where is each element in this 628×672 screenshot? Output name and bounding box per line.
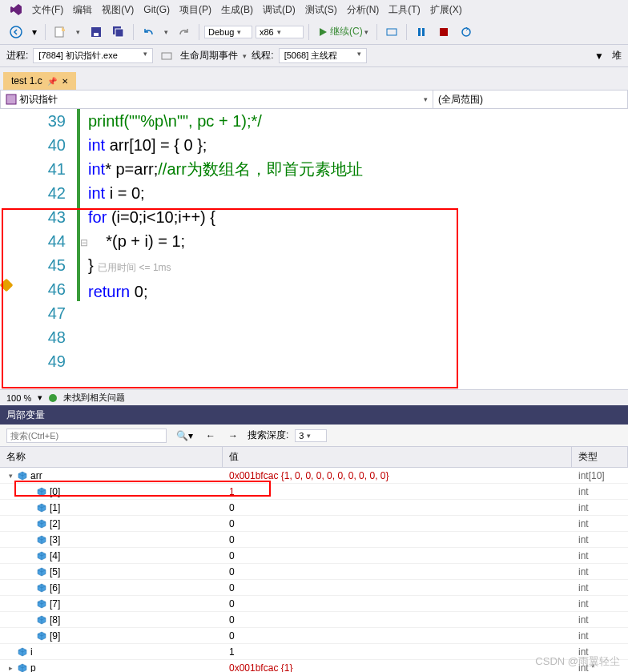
table-row[interactable]: [3]0int bbox=[0, 532, 628, 548]
expand-icon[interactable] bbox=[26, 552, 34, 560]
table-row[interactable]: [7]0int bbox=[0, 596, 628, 612]
restart-icon[interactable] bbox=[457, 24, 476, 40]
save-icon[interactable] bbox=[87, 24, 106, 40]
table-row[interactable]: [4]0int bbox=[0, 548, 628, 564]
search-icon[interactable]: 🔍▾ bbox=[173, 429, 196, 443]
code-line[interactable]: printf(""%p\n"", pc + 1);*/ bbox=[88, 109, 363, 133]
variable-icon bbox=[37, 599, 46, 609]
line-number: 46 bbox=[0, 277, 66, 301]
var-value: 0 bbox=[223, 533, 572, 546]
line-number: 44 bbox=[0, 229, 66, 253]
svg-rect-7 bbox=[418, 28, 421, 36]
code-editor[interactable]: 3940414243444546474849 ⊟ printf(""%p\n""… bbox=[0, 109, 628, 389]
code-line[interactable]: for (i=0;i<10;i++) { bbox=[88, 205, 363, 229]
prev-icon[interactable]: ← bbox=[203, 429, 219, 443]
expand-icon[interactable] bbox=[6, 648, 14, 656]
filter-icon[interactable]: ▼ bbox=[591, 49, 607, 63]
menu-item[interactable]: 调试(D) bbox=[258, 2, 300, 17]
table-row[interactable]: [2]0int bbox=[0, 516, 628, 532]
search-input[interactable] bbox=[6, 429, 167, 443]
table-row[interactable]: [0]1int bbox=[0, 484, 628, 500]
pin-icon[interactable]: 📌 bbox=[47, 77, 57, 86]
col-val[interactable]: 值 bbox=[223, 447, 572, 467]
menu-item[interactable]: 工具(T) bbox=[384, 2, 425, 17]
col-name[interactable]: 名称 bbox=[0, 447, 223, 467]
code-line[interactable]: } 已用时间 <= 1ms bbox=[88, 253, 363, 280]
stop-icon[interactable] bbox=[434, 24, 453, 40]
variable-icon bbox=[18, 647, 27, 657]
menu-item[interactable]: 扩展(X) bbox=[425, 2, 467, 17]
table-row[interactable]: [5]0int bbox=[0, 564, 628, 580]
expand-icon[interactable]: ▾ bbox=[6, 472, 14, 480]
svg-rect-9 bbox=[440, 28, 448, 36]
code-line[interactable]: return 0; bbox=[88, 280, 363, 304]
save-all-icon[interactable] bbox=[109, 24, 128, 40]
menu-item[interactable]: 文件(F) bbox=[27, 2, 68, 17]
table-row[interactable]: ▾arr0x001bfcac {1, 0, 0, 0, 0, 0, 0, 0, … bbox=[0, 468, 628, 484]
forward-button[interactable]: ▾ bbox=[29, 25, 40, 39]
menu-item[interactable]: 测试(S) bbox=[300, 2, 342, 17]
table-row[interactable]: [6]0int bbox=[0, 580, 628, 596]
close-icon[interactable]: ✕ bbox=[62, 77, 68, 86]
code-line[interactable]: int arr[10] = { 0 }; bbox=[88, 133, 363, 157]
new-icon[interactable] bbox=[50, 24, 70, 40]
variable-icon bbox=[37, 631, 46, 641]
var-type: int bbox=[572, 549, 628, 562]
expand-icon[interactable] bbox=[26, 520, 34, 528]
nav-scope[interactable]: 初识指针 ▾ bbox=[1, 91, 433, 108]
config-combo[interactable]: Debug▾ bbox=[204, 26, 252, 38]
next-icon[interactable]: → bbox=[225, 429, 241, 443]
code-line[interactable]: *(p + i) = 1; bbox=[88, 229, 363, 253]
table-row[interactable]: ▸p0x001bfcac {1}int * bbox=[0, 660, 628, 672]
var-value: 0x001bfcac {1} bbox=[223, 662, 572, 673]
var-name: [5] bbox=[50, 566, 60, 577]
status-ok-icon bbox=[49, 394, 57, 402]
variable-icon bbox=[37, 551, 46, 561]
debug-icon1[interactable] bbox=[382, 24, 401, 40]
menu-item[interactable]: 项目(P) bbox=[175, 2, 216, 17]
expand-icon[interactable] bbox=[26, 600, 34, 608]
new-dropdown[interactable]: ▾ bbox=[73, 26, 83, 38]
menu-item[interactable]: 编辑 bbox=[68, 2, 97, 17]
expand-icon[interactable] bbox=[26, 488, 34, 496]
var-value: 0 bbox=[223, 501, 572, 514]
var-value: 1 bbox=[223, 485, 572, 498]
svg-rect-5 bbox=[115, 29, 123, 37]
file-tab[interactable]: test 1.c 📌 ✕ bbox=[3, 72, 76, 90]
back-button[interactable] bbox=[6, 24, 26, 40]
col-type[interactable]: 类型 bbox=[572, 447, 628, 467]
var-type: int[10] bbox=[572, 469, 628, 482]
expand-icon[interactable] bbox=[26, 632, 34, 640]
nav-function[interactable]: (全局范围) bbox=[433, 91, 627, 108]
zoom-level[interactable]: 100 % bbox=[6, 393, 31, 403]
table-row[interactable]: i1int bbox=[0, 644, 628, 660]
menu-item[interactable]: 生成(B) bbox=[216, 2, 258, 17]
code-line[interactable]: int i = 0; bbox=[88, 181, 363, 205]
lifecycle-icon[interactable] bbox=[158, 49, 175, 63]
process-combo[interactable]: [7884] 初识指针.exe▾ bbox=[33, 48, 153, 63]
continue-button[interactable]: 继续(C)▾ bbox=[314, 23, 372, 40]
menu-item[interactable]: Git(G) bbox=[139, 2, 175, 17]
undo-icon[interactable] bbox=[139, 24, 158, 40]
expand-icon[interactable] bbox=[26, 584, 34, 592]
expand-icon[interactable] bbox=[26, 616, 34, 624]
table-row[interactable]: [9]0int bbox=[0, 628, 628, 644]
expand-icon[interactable]: ▸ bbox=[6, 664, 14, 672]
table-row[interactable]: [8]0int bbox=[0, 612, 628, 628]
fold-icon[interactable]: ⊟ bbox=[80, 237, 88, 248]
process-label: 进程: bbox=[6, 49, 28, 62]
lifecycle-label: 生命周期事件 bbox=[180, 49, 238, 62]
expand-icon[interactable] bbox=[26, 536, 34, 544]
thread-combo[interactable]: [5068] 主线程▾ bbox=[279, 48, 367, 63]
pause-icon[interactable] bbox=[412, 24, 431, 40]
expand-icon[interactable] bbox=[26, 568, 34, 576]
expand-icon[interactable] bbox=[26, 504, 34, 512]
table-row[interactable]: [1]0int bbox=[0, 500, 628, 516]
depth-combo[interactable]: 3▾ bbox=[295, 429, 327, 442]
redo-icon[interactable] bbox=[175, 24, 194, 40]
code-line[interactable]: int* p=arr;//arr为数组名，即首元素地址 bbox=[88, 157, 363, 181]
menu-item[interactable]: 分析(N) bbox=[342, 2, 384, 17]
platform-combo[interactable]: x86▾ bbox=[256, 26, 304, 38]
menu-item[interactable]: 视图(V) bbox=[97, 2, 139, 17]
variable-icon bbox=[37, 519, 46, 529]
